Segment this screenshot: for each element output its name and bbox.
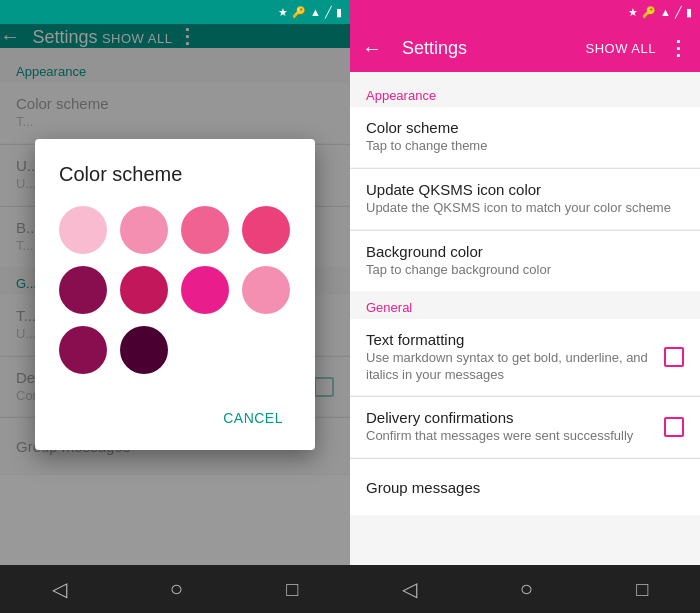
right-show-all-button[interactable]: SHOW ALL <box>586 41 656 56</box>
right-toolbar: ← Settings SHOW ALL ⋮ <box>350 24 700 72</box>
color-circle-6[interactable] <box>120 266 168 314</box>
left-home-nav-icon[interactable]: ○ <box>170 576 183 602</box>
dialog-title: Color scheme <box>59 163 291 186</box>
right-color-scheme-title: Color scheme <box>366 119 684 136</box>
right-icon-color-title: Update QKSMS icon color <box>366 181 684 198</box>
right-general-header: General <box>350 292 700 319</box>
right-group-title: Group messages <box>366 479 684 496</box>
right-key-icon: 🔑 <box>642 6 656 19</box>
left-status-bar: ★ 🔑 ▲ ╱ ▮ <box>0 0 350 24</box>
left-recents-nav-icon[interactable]: □ <box>286 578 298 601</box>
right-bg-color-subtitle: Tap to change background color <box>366 262 684 279</box>
color-circle-3[interactable] <box>181 206 229 254</box>
right-settings-content: Appearance Color scheme Tap to change th… <box>350 72 700 565</box>
right-text-format-title: Text formatting <box>366 331 652 348</box>
right-text-format-item[interactable]: Text formatting Use markdown syntax to g… <box>350 319 700 396</box>
right-wifi-icon: ▲ <box>660 6 671 18</box>
signal-icon: ╱ <box>325 6 332 19</box>
wifi-icon: ▲ <box>310 6 321 18</box>
right-text-format-subtitle: Use markdown syntax to get bold, underli… <box>366 350 652 384</box>
left-bottom-nav: ◁ ○ □ <box>0 565 350 613</box>
right-status-icons: ★ 🔑 ▲ ╱ ▮ <box>628 6 692 19</box>
right-delivery-checkbox[interactable] <box>664 417 684 437</box>
right-recents-nav-icon[interactable]: □ <box>636 578 648 601</box>
color-circle-5[interactable] <box>59 266 107 314</box>
right-signal-icon: ╱ <box>675 6 682 19</box>
key-icon: 🔑 <box>292 6 306 19</box>
right-delivery-title: Delivery confirmations <box>366 409 652 426</box>
battery-icon: ▮ <box>336 6 342 19</box>
right-appearance-header: Appearance <box>350 80 700 107</box>
right-delivery-subtitle: Confirm that messages were sent successf… <box>366 428 652 445</box>
dialog-actions: CANCEL <box>59 394 291 442</box>
right-icon-color-subtitle: Update the QKSMS icon to match your colo… <box>366 200 684 217</box>
right-color-scheme-subtitle: Tap to change theme <box>366 138 684 155</box>
right-toolbar-title: Settings <box>402 38 574 59</box>
right-more-button[interactable]: ⋮ <box>668 36 688 60</box>
color-circle-4[interactable] <box>242 206 290 254</box>
right-color-scheme-item[interactable]: Color scheme Tap to change theme <box>350 107 700 167</box>
right-back-button[interactable]: ← <box>362 37 382 60</box>
color-circle-1[interactable] <box>59 206 107 254</box>
color-circle-9[interactable] <box>59 326 107 374</box>
left-status-icons: ★ 🔑 ▲ ╱ ▮ <box>278 6 342 19</box>
color-grid <box>59 206 291 374</box>
color-circle-10[interactable] <box>120 326 168 374</box>
right-text-format-checkbox[interactable] <box>664 347 684 367</box>
right-delivery-item[interactable]: Delivery confirmations Confirm that mess… <box>350 397 700 457</box>
right-panel: ★ 🔑 ▲ ╱ ▮ ← Settings SHOW ALL ⋮ Appearan… <box>350 0 700 613</box>
right-bg-color-item[interactable]: Background color Tap to change backgroun… <box>350 231 700 291</box>
right-bg-color-title: Background color <box>366 243 684 260</box>
color-circle-2[interactable] <box>120 206 168 254</box>
right-status-bar: ★ 🔑 ▲ ╱ ▮ <box>350 0 700 24</box>
bluetooth-icon: ★ <box>278 6 288 19</box>
right-home-nav-icon[interactable]: ○ <box>520 576 533 602</box>
color-scheme-dialog: Color scheme CANCEL <box>35 139 315 450</box>
right-icon-color-item[interactable]: Update QKSMS icon color Update the QKSMS… <box>350 169 700 229</box>
color-circle-7[interactable] <box>181 266 229 314</box>
right-group-item[interactable]: Group messages <box>350 459 700 515</box>
right-bottom-nav: ◁ ○ □ <box>350 565 700 613</box>
right-back-nav-icon[interactable]: ◁ <box>402 577 417 601</box>
dialog-cancel-button[interactable]: CANCEL <box>215 402 291 434</box>
color-circle-8[interactable] <box>242 266 290 314</box>
dialog-overlay: Color scheme CANCEL <box>0 24 350 565</box>
left-back-nav-icon[interactable]: ◁ <box>52 577 67 601</box>
left-panel: ★ 🔑 ▲ ╱ ▮ ← Settings SHOW ALL ⋮ Appearan… <box>0 0 350 613</box>
right-battery-icon: ▮ <box>686 6 692 19</box>
right-bluetooth-icon: ★ <box>628 6 638 19</box>
